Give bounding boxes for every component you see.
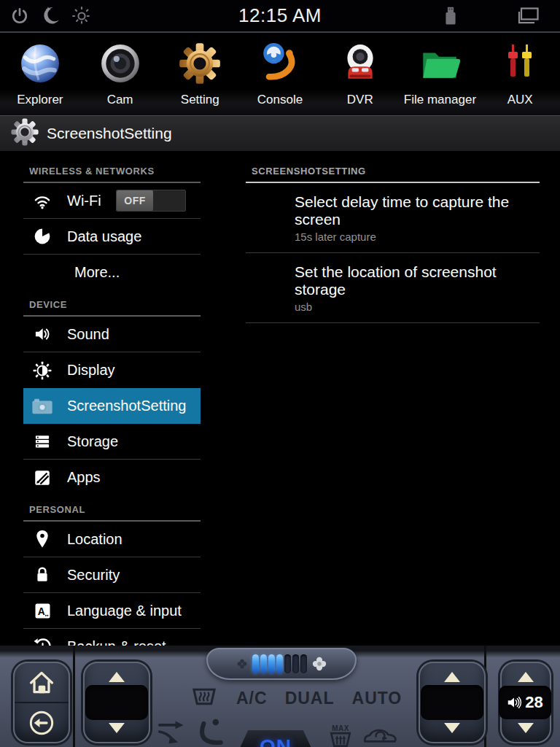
app-setting[interactable]: Setting: [160, 33, 240, 115]
backup-reset-icon: [31, 638, 54, 646]
sidebar-item-label: Security: [67, 567, 120, 584]
app-dvr[interactable]: DVR: [320, 33, 400, 115]
sidebar-item-storage[interactable]: Storage: [23, 424, 201, 460]
app-label: Cam: [107, 93, 133, 107]
sidebar-item-label: Sound: [67, 326, 109, 343]
settings-title-bar: ScreenshotSetting: [0, 115, 560, 151]
app-label: Explorer: [17, 93, 63, 107]
defrost-windshield-icon: [190, 686, 219, 711]
setting-item-storage-location[interactable]: Set the location of screenshot storage u…: [246, 253, 540, 323]
camera-lens-icon: [99, 39, 141, 88]
dvr-camera-car-icon: [339, 39, 381, 88]
dual-label: DUAL: [285, 689, 335, 708]
sidebar-item-language[interactable]: A Language & input: [23, 593, 201, 629]
nav-button-group: [13, 662, 70, 743]
on-label: ON: [260, 735, 292, 747]
app-aux[interactable]: AUX: [480, 33, 560, 115]
svg-text:A: A: [37, 605, 44, 616]
sidebar-item-wifi[interactable]: Wi-Fi OFF: [23, 183, 201, 219]
gear-icon: [178, 39, 222, 88]
windows-stack-icon[interactable]: [515, 5, 541, 27]
sidebar-item-label: ScreenshotSetting: [67, 398, 186, 414]
location-pin-icon: [31, 529, 54, 549]
sidebar-item-backup[interactable]: Backup & reset: [23, 629, 201, 646]
back-button[interactable]: [15, 703, 69, 742]
status-left-icons: [0, 5, 175, 27]
sidebar-item-apps[interactable]: Apps: [23, 460, 201, 495]
fan-level-bars: [252, 654, 308, 673]
fan-level-segment: [268, 654, 275, 673]
language-icon: A: [31, 602, 54, 620]
left-temp-down-button[interactable]: [85, 720, 149, 736]
speaker-icon: [31, 325, 54, 344]
left-temp-up-button[interactable]: [85, 669, 149, 685]
app-file-manager[interactable]: File manager: [400, 33, 481, 115]
sidebar-item-label: More...: [31, 264, 120, 281]
app-explorer[interactable]: Explorer: [0, 33, 80, 115]
sidebar-item-label: Storage: [67, 433, 118, 450]
sidebar-item-data-usage[interactable]: Data usage: [23, 219, 201, 255]
night-mode-icon[interactable]: [39, 5, 61, 27]
setting-item-delay[interactable]: Select delay time to capture the screen …: [246, 183, 540, 253]
fan-level-segment: [292, 654, 299, 673]
seat-heat-icon: [196, 717, 224, 747]
gear-icon: [10, 117, 39, 150]
volume-up-button[interactable]: [502, 669, 550, 685]
usb-icon: [443, 6, 458, 26]
storage-icon: [31, 432, 54, 451]
up-arrow-icon: [444, 672, 460, 682]
wifi-toggle[interactable]: OFF: [116, 190, 186, 212]
clock: 12:15 AM: [175, 4, 385, 27]
app-console[interactable]: Console: [240, 33, 320, 115]
folder-icon: [417, 39, 462, 88]
volume-down-button[interactable]: [502, 720, 550, 736]
fan-large-icon: [311, 656, 327, 672]
sidebar-item-location[interactable]: Location: [23, 522, 201, 557]
screenshot-camera-icon: [31, 397, 54, 416]
sidebar-item-label: Language & input: [67, 603, 182, 619]
home-button[interactable]: [15, 663, 69, 703]
speaker-icon: [506, 694, 522, 711]
sidebar-item-more[interactable]: More...: [23, 255, 201, 290]
right-temp-up-button[interactable]: [420, 669, 484, 685]
climate-center-controls: A/C DUAL AUTO ON MAX: [157, 675, 408, 747]
fan-level-segment: [260, 654, 267, 673]
setting-item-value: 15s later capture: [295, 231, 540, 243]
climate-control-bar: A/C DUAL AUTO ON MAX: [0, 646, 560, 747]
globe-icon: [19, 39, 61, 88]
brightness-icon[interactable]: [71, 6, 92, 26]
sidebar-item-label: Data usage: [67, 228, 141, 245]
sidebar-item-sound[interactable]: Sound: [23, 317, 201, 352]
app-launcher-row: Explorer Cam Setting Console DVR File ma…: [0, 33, 560, 115]
fan-small-icon: [236, 658, 248, 670]
ac-label: A/C: [236, 689, 268, 708]
up-arrow-icon: [109, 672, 125, 682]
wifi-toggle-state: OFF: [117, 190, 153, 211]
fan-level-segment: [276, 654, 283, 673]
sidebar-item-label: Apps: [67, 469, 101, 486]
max-defrost-icon: MAX: [327, 724, 354, 747]
right-temp-display: [421, 685, 483, 720]
app-label: Setting: [181, 93, 219, 107]
setting-item-value: usb: [295, 301, 540, 313]
sidebar-item-screenshotsetting[interactable]: ScreenshotSetting: [23, 388, 201, 424]
down-arrow-icon: [109, 723, 125, 733]
settings-content: WIRELESS & NETWORKS Wi-Fi OFF Data usage…: [0, 151, 560, 646]
power-icon[interactable]: [10, 7, 29, 26]
sidebar-item-security[interactable]: Security: [23, 557, 201, 593]
status-bar: 12:15 AM: [0, 0, 560, 33]
page-title: ScreenshotSetting: [47, 125, 172, 142]
sidebar-item-label: Backup & reset: [67, 638, 166, 646]
climate-on-button[interactable]: ON: [233, 730, 319, 747]
app-cam[interactable]: Cam: [80, 33, 160, 115]
fan-level-segment: [300, 654, 307, 673]
panel-divider: [73, 646, 75, 747]
status-right-icons: [385, 5, 560, 27]
detail-panel: SCREENSHOTSETTING Select delay time to c…: [246, 157, 540, 323]
detail-panel-header: SCREENSHOTSETTING: [246, 157, 540, 183]
down-arrow-icon: [518, 723, 534, 733]
fan-level-segment: [284, 654, 291, 673]
sidebar-item-display[interactable]: Display: [23, 352, 201, 388]
section-header-device: DEVICE: [23, 290, 201, 317]
right-temp-down-button[interactable]: [420, 720, 484, 736]
